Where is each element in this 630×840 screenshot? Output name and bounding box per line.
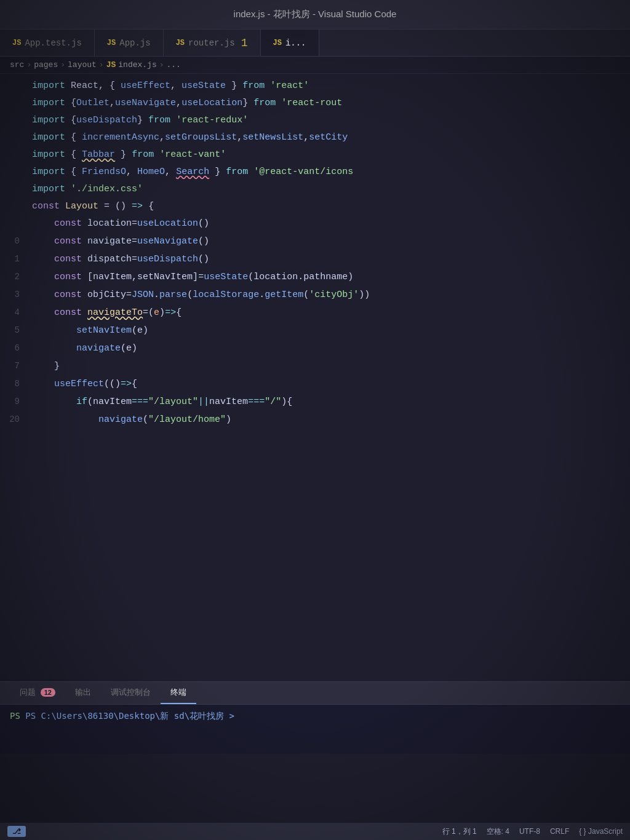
code-line-20: 20 navigate("/layout/home"): [0, 411, 630, 429]
line-content: const dispatch=useDispatch(): [30, 252, 630, 267]
breadcrumb-file[interactable]: index.js: [118, 60, 156, 69]
tab-label: App.test.js: [25, 38, 81, 48]
code-line-3: import {useDispatch} from 'react-redux': [0, 112, 630, 129]
sep1: ›: [26, 60, 31, 69]
line-number: 7: [0, 358, 30, 374]
line-content: const navigateTo=(e)=>{: [30, 305, 630, 321]
tab-router[interactable]: JS router.js 1: [164, 30, 261, 56]
line-number: 2: [0, 269, 30, 285]
code-line-17: 7 }: [0, 357, 630, 375]
line-content: import './index.css': [30, 181, 630, 197]
cursor-position: 行 1，列 1: [442, 826, 477, 837]
indent: 空格: 4: [487, 826, 509, 837]
line-number: 20: [0, 411, 30, 427]
breadcrumb: src › pages › layout › JS index.js › ...: [0, 57, 630, 74]
status-left: ⎇: [7, 826, 26, 837]
line-content: setNavItem(e): [30, 323, 630, 339]
bottom-panel: 问题 12 输出 调试控制台 终端 PS PS C:\Users\86130\D…: [0, 681, 630, 754]
line-number: 4: [0, 304, 30, 320]
language-mode[interactable]: { } JavaScript: [579, 827, 623, 836]
problems-badge: 12: [41, 688, 55, 697]
breadcrumb-js-icon: JS: [106, 60, 116, 69]
breadcrumb-layout[interactable]: layout: [68, 60, 97, 69]
line-number: 3: [0, 287, 30, 303]
line-content: import {useDispatch} from 'react-redux': [30, 113, 630, 129]
line-content: const objCity=JSON.parse(localStorage.ge…: [30, 287, 630, 303]
breadcrumb-src[interactable]: src: [10, 60, 24, 69]
code-line-16: 6 navigate(e): [0, 339, 630, 357]
panel-tab-label: 终端: [170, 687, 186, 697]
code-line-7: import './index.css': [0, 181, 630, 198]
code-line-14: 4 const navigateTo=(e)=>{: [0, 304, 630, 322]
tab-app-test[interactable]: JS App.test.js: [0, 30, 95, 56]
code-editor: import React, { useEffect, useState } fr…: [0, 74, 630, 432]
status-right: 行 1，列 1 空格: 4 UTF-8 CRLF { } JavaScript: [442, 826, 623, 837]
code-line-5: import { Tabbar } from 'react-vant': [0, 146, 630, 164]
code-line-10: 0 const navigate=useNavigate(): [0, 232, 630, 250]
line-content: import React, { useEffect, useState } fr…: [30, 78, 630, 94]
panel-tab-label: 调试控制台: [111, 687, 151, 697]
terminal-area[interactable]: PS PS C:\Users\86130\Desktop\新 sd\花叶找房 >: [0, 705, 630, 754]
line-content: import { Tabbar } from 'react-vant': [30, 147, 630, 163]
title-bar: index.js - 花叶找房 - Visual Studio Code: [0, 0, 630, 30]
tab-index[interactable]: JS i...: [261, 30, 319, 56]
line-content: import { incrementAsync,setGroupsList,se…: [30, 130, 630, 146]
line-number: 9: [0, 394, 30, 410]
js-icon: JS: [176, 39, 185, 47]
tab-label: App.js: [119, 38, 150, 48]
window-title: index.js - 花叶找房 - Visual Studio Code: [234, 9, 397, 20]
panel-tabs: 问题 12 输出 调试控制台 终端: [0, 682, 630, 705]
terminal-prompt: PS: [10, 711, 25, 721]
line-content: navigate("/layout/home"): [30, 412, 630, 428]
encoding: UTF-8: [519, 827, 540, 836]
js-icon: JS: [107, 39, 116, 47]
tab-bar: JS App.test.js JS App.js JS router.js 1 …: [0, 30, 630, 57]
js-icon: JS: [273, 39, 282, 47]
code-line-13: 3 const objCity=JSON.parse(localStorage.…: [0, 286, 630, 304]
code-line-2: import {Outlet,useNavigate,useLocation} …: [0, 95, 630, 112]
panel-tab-output[interactable]: 输出: [65, 682, 101, 704]
line-content: const Layout = () => {: [30, 199, 630, 215]
tab-app[interactable]: JS App.js: [95, 30, 164, 56]
code-line-18: 8 useEffect(()=>{: [0, 375, 630, 393]
code-line-1: import React, { useEffect, useState } fr…: [0, 77, 630, 95]
code-line-4: import { incrementAsync,setGroupsList,se…: [0, 129, 630, 146]
panel-tab-terminal[interactable]: 终端: [161, 682, 196, 704]
line-content: const [navItem,setNavItem]=useState(loca…: [30, 269, 630, 285]
line-content: useEffect(()=>{: [30, 376, 630, 392]
line-content: import { FriendsO, HomeO, Search } from …: [30, 164, 630, 180]
code-container: import React, { useEffect, useState } fr…: [0, 74, 630, 432]
line-content: if(navItem==="/layout"||navItem==="/"){: [30, 394, 630, 410]
line-content: const navigate=useNavigate(): [30, 234, 630, 250]
panel-tab-problems[interactable]: 问题 12: [10, 682, 65, 704]
code-line-9: const location=useLocation(): [0, 215, 630, 232]
line-number: 1: [0, 251, 30, 267]
code-line-12: 2 const [navItem,setNavItem]=useState(lo…: [0, 268, 630, 286]
source-control-icon[interactable]: ⎇: [7, 826, 26, 837]
panel-tab-debug[interactable]: 调试控制台: [101, 682, 161, 704]
line-content: }: [30, 359, 630, 374]
line-number: 5: [0, 322, 30, 338]
breadcrumb-pages[interactable]: pages: [34, 60, 58, 69]
line-ending: CRLF: [550, 827, 569, 836]
code-line-8: const Layout = () => {: [0, 198, 630, 215]
terminal-path: PS C:\Users\86130\Desktop\新 sd\花叶找房 >: [25, 711, 234, 721]
sep4: ›: [159, 60, 164, 69]
sep3: ›: [99, 60, 104, 69]
code-line-6: import { FriendsO, HomeO, Search } from …: [0, 164, 630, 181]
line-content: navigate(e): [30, 341, 630, 357]
line-number: 0: [0, 233, 30, 249]
sep2: ›: [60, 60, 65, 69]
js-icon: JS: [12, 39, 21, 47]
line-content: const location=useLocation(): [30, 216, 630, 232]
line-number: 8: [0, 376, 30, 392]
line-content: import {Outlet,useNavigate,useLocation} …: [30, 95, 630, 111]
modified-badge: 1: [241, 37, 248, 49]
code-line-15: 5 setNavItem(e): [0, 322, 630, 339]
tab-label: i...: [285, 38, 306, 48]
panel-tab-label: 输出: [75, 687, 91, 697]
tab-label: router.js: [188, 38, 235, 48]
status-bar: ⎇ 行 1，列 1 空格: 4 UTF-8 CRLF { } JavaScrip…: [0, 823, 630, 840]
line-number: 6: [0, 340, 30, 356]
code-line-11: 1 const dispatch=useDispatch(): [0, 250, 630, 268]
